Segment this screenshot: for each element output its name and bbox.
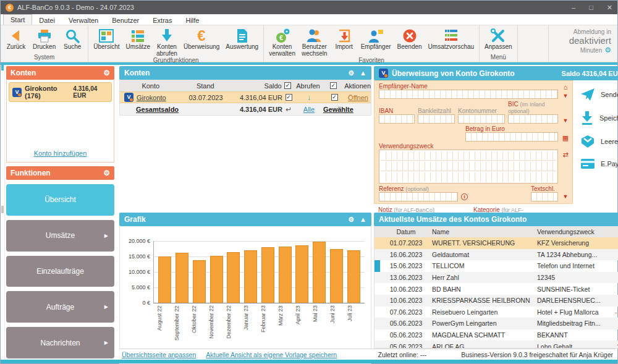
ribbon-button-transfer[interactable]: €Überweisung xyxy=(180,27,222,51)
textkey-input[interactable] xyxy=(531,192,558,201)
ribbon-button-back[interactable]: Zurück xyxy=(2,27,30,51)
ribbon-button-import[interactable]: Import xyxy=(331,27,358,51)
iban-input[interactable] xyxy=(379,114,415,124)
transaction-row[interactable]: 05.06.2023PowerGym LeingartenMitgliedsbe… xyxy=(375,318,618,329)
account-no-input[interactable] xyxy=(458,114,505,124)
transfer-action-e-pay[interactable]: E.Pay xyxy=(580,158,618,170)
iban-label: IBAN xyxy=(379,108,415,114)
home-recipient-icon[interactable]: ⌂ xyxy=(564,84,568,91)
account-name: Girokonto (176) xyxy=(25,85,70,99)
menu-tab-datei[interactable]: Datei xyxy=(32,15,62,25)
bic-input[interactable] xyxy=(508,114,558,124)
accounts-panel-gear-icon[interactable]: ⚙ xyxy=(348,69,354,77)
function-button-nachrichten[interactable]: Nachrichten▶ xyxy=(6,327,114,358)
abrufen-checkbox[interactable]: ✓ xyxy=(330,82,337,89)
sidebar-functions-gear-icon[interactable]: ⚙ xyxy=(103,169,110,177)
function-button-umsätze[interactable]: Umsätze▶ xyxy=(6,220,114,252)
function-button-einzelaufträge[interactable]: Einzelaufträge xyxy=(6,256,114,287)
sidebar-functions-panel: Funktionen ⚙ ÜbersichtUmsätze▶Einzelauft… xyxy=(6,166,114,358)
row-abrufen-checkbox[interactable]: ✓ xyxy=(331,94,338,101)
accounts-panel-collapse-icon[interactable]: ▲ xyxy=(360,69,366,77)
add-account-link[interactable]: Konto hinzufügen xyxy=(34,150,87,157)
ribbon-button-recipients[interactable]: Empfänger xyxy=(358,27,394,51)
transaction-row[interactable]: 05.06.2023MAGDALENA SCHMATTBEKANNT-123,0… xyxy=(375,329,618,341)
collapsed-side-strip[interactable] xyxy=(1,65,5,360)
maximize-button[interactable]: □ xyxy=(589,4,593,12)
transaction-name: WURETT. VERSICHERUNG xyxy=(432,239,537,247)
x-tick-label: April 23 xyxy=(295,305,308,348)
customize-icon xyxy=(490,27,506,44)
fetch-selected-link[interactable]: Gewählte xyxy=(323,106,353,113)
recipient-input[interactable] xyxy=(379,90,558,99)
transaction-row[interactable]: 13.06.2023Herr Zahl12345-0,75 xyxy=(375,272,618,284)
transaction-row[interactable]: 01.07.2023WURETT. VERSICHERUNGKFZ Versic… xyxy=(375,237,618,249)
ribbon-button-quit[interactable]: Beenden xyxy=(394,27,425,51)
ribbon-button-switch-user[interactable]: Benutzer wechseln xyxy=(298,27,331,57)
transaction-row[interactable]: 15.06.2023TELLICOMTelefon und Internet-3… xyxy=(375,260,618,272)
total-label-link[interactable]: Gesamtsaldo xyxy=(136,106,179,113)
transaction-row[interactable]: 10.06.2023BD BAHNSUNSHINE-Ticket-41,25 xyxy=(375,283,618,295)
recipient-dropdown-icon[interactable]: ▼ xyxy=(563,93,569,99)
purpose-swap-icon[interactable]: ⇄ xyxy=(562,151,568,158)
menu-tab-start[interactable]: Start xyxy=(3,14,32,25)
customize-overview-link[interactable]: Übersichtsseite anpassen xyxy=(122,351,196,358)
svg-text:€: € xyxy=(279,35,283,41)
fetch-all-link[interactable]: Alle xyxy=(303,106,315,113)
menu-tab-extras[interactable]: Extras xyxy=(146,15,179,25)
transfer-action-leeren[interactable]: Leeren xyxy=(580,135,618,148)
ribbon-button-transactions[interactable]: Umsätze xyxy=(123,27,153,51)
sidebar-account-item[interactable]: V Girokonto (176) 4.316,04 EUR xyxy=(9,82,112,102)
logout-settings-gear-icon[interactable]: ⚙ xyxy=(604,46,611,54)
open-account-link[interactable]: Öffnen xyxy=(348,94,368,101)
ribbon-button-preview[interactable]: Umsatzvorschau xyxy=(425,27,477,51)
x-tick-label: August 22 xyxy=(156,305,169,348)
bank-dropdown-icon[interactable]: ▼ xyxy=(563,117,569,124)
row-saldo-checkbox[interactable]: ✓ xyxy=(286,94,292,101)
chart-x-axis: August 22September 22Oktober 22November … xyxy=(154,303,365,348)
transaction-row[interactable]: 16.06.2023GeldautomatTA 1234 Abhebung...… xyxy=(375,249,618,261)
transactions-table-header: Datum Name Verwendungszweck Betrag xyxy=(375,226,618,237)
account-link[interactable]: Girokonto xyxy=(137,94,166,101)
fetch-arrow-icon[interactable]: ↓ xyxy=(307,93,311,102)
reference-input[interactable] xyxy=(379,192,458,201)
ribbon-button-fetch-accounts[interactable]: Konten abrufen xyxy=(153,27,180,57)
window-title: ALF-BanCo 9.0.3 - Demo - 24.07.2023 xyxy=(17,4,134,11)
close-button[interactable]: ✕ xyxy=(607,4,612,12)
ribbon-button-search[interactable]: Suche xyxy=(59,27,86,51)
menu-tab-benutzer[interactable]: Benutzer xyxy=(105,15,146,25)
blz-input[interactable] xyxy=(418,114,455,124)
svg-text:€: € xyxy=(197,28,205,44)
ribbon-button-manage-accounts[interactable]: €Konten verwalten xyxy=(266,27,298,57)
menu-tab-hilfe[interactable]: Hilfe xyxy=(179,15,206,25)
chart-panel-collapse-icon[interactable]: ▲ xyxy=(360,216,366,223)
transaction-row[interactable]: 07.06.2023Reisebuero LeingartenHotel + F… xyxy=(375,307,618,318)
save-template-link[interactable]: Aktuelle Ansicht als eigene Vorlage spei… xyxy=(206,351,337,358)
info-icon[interactable]: i xyxy=(461,193,468,200)
ribbon-button-label: Umsatzvorschau xyxy=(428,44,474,51)
transaction-row[interactable]: 05.06.2023ARLOF AGLohn Gehalt2.130,00 xyxy=(375,341,618,349)
function-button-übersicht[interactable]: Übersicht xyxy=(6,184,114,216)
menu-tab-verwalten[interactable]: Verwalten xyxy=(62,15,105,25)
transaction-amount: -400,00 xyxy=(615,251,618,258)
search-icon xyxy=(65,27,80,44)
transfer-action-speichern[interactable]: Speichern xyxy=(580,111,618,125)
function-button-aufträge[interactable]: Aufträge▶ xyxy=(6,291,114,323)
ribbon-button-overview[interactable]: Übersicht xyxy=(90,27,122,51)
sidebar-accounts-gear-icon[interactable]: ⚙ xyxy=(103,69,110,77)
chart-panel: Grafik ⚙ ▲ 20.000 €15.000 €10.000 €5.000… xyxy=(119,213,371,349)
ribbon-button-report[interactable]: Auswertung xyxy=(222,27,261,51)
minimize-button[interactable]: – xyxy=(572,4,575,12)
statusbar: Übersichtsseite anpassen Aktuelle Ansich… xyxy=(119,349,616,360)
account-table-row[interactable]: VGirokonto 03.07.2023 4.316,04 EUR ✓ ↓ ✓… xyxy=(120,91,371,103)
ribbon-button-print[interactable]: Drucken xyxy=(30,27,59,51)
blz-label: Bankleitzahl xyxy=(418,108,455,114)
transfer-action-senden[interactable]: Senden xyxy=(580,88,618,101)
chart-panel-gear-icon[interactable]: ⚙ xyxy=(348,216,354,224)
amount-input[interactable] xyxy=(465,132,558,142)
ribbon-button-customize[interactable]: Anpassen xyxy=(481,27,515,51)
calculator-icon[interactable]: ▦ xyxy=(562,135,569,142)
transaction-row[interactable]: 10.06.2023KRIESSPARKASSE HEILBRONNDARLEH… xyxy=(375,295,618,307)
purpose-input[interactable] xyxy=(379,150,558,184)
textkey-dropdown-icon[interactable]: ▼ xyxy=(563,193,569,200)
saldo-checkbox[interactable]: ✓ xyxy=(284,82,291,89)
